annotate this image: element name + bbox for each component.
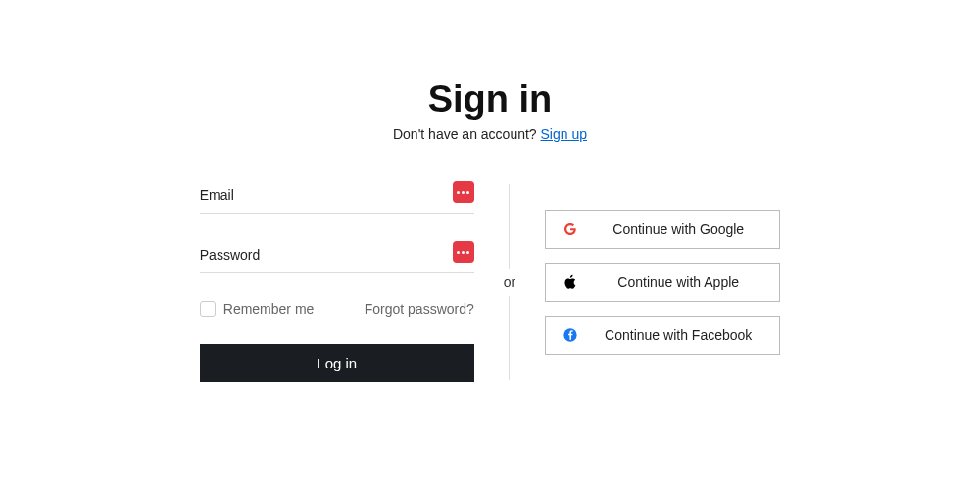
facebook-icon xyxy=(562,326,579,344)
social-login-column: Continue with Google Continue with Apple… xyxy=(545,210,780,355)
signup-link[interactable]: Sign up xyxy=(541,126,587,142)
forgot-password-link[interactable]: Forgot password? xyxy=(365,301,474,317)
apple-label: Continue with Apple xyxy=(593,274,763,290)
remember-text: Remember me xyxy=(223,301,315,317)
remember-me-label[interactable]: Remember me xyxy=(200,301,315,317)
email-field-wrapper: Email xyxy=(200,181,474,214)
page-title: Sign in xyxy=(393,78,587,121)
google-icon xyxy=(562,220,579,238)
signup-prefix: Don't have an account? xyxy=(393,126,541,142)
password-field-wrapper: Password xyxy=(200,241,474,273)
google-label: Continue with Google xyxy=(593,221,763,237)
google-login-button[interactable]: Continue with Google xyxy=(545,210,780,249)
login-form: Email Password Remember me Forgot passwo… xyxy=(200,181,474,382)
form-options-row: Remember me Forgot password? xyxy=(200,301,474,317)
apple-icon xyxy=(562,273,579,291)
login-button[interactable]: Log in xyxy=(200,344,474,382)
password-manager-icon[interactable] xyxy=(453,181,474,203)
signup-prompt: Don't have an account? Sign up xyxy=(393,126,587,142)
password-input[interactable] xyxy=(200,241,474,273)
or-label: or xyxy=(504,269,515,296)
apple-login-button[interactable]: Continue with Apple xyxy=(545,263,780,302)
facebook-login-button[interactable]: Continue with Facebook xyxy=(545,316,780,355)
email-input[interactable] xyxy=(200,181,474,214)
password-manager-icon[interactable] xyxy=(453,241,474,263)
remember-checkbox[interactable] xyxy=(200,301,216,317)
divider: or xyxy=(504,184,515,380)
facebook-label: Continue with Facebook xyxy=(593,327,763,343)
